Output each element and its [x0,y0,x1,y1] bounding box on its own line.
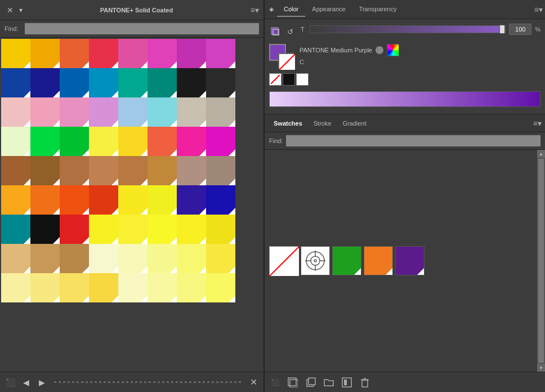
swatch-item[interactable] [148,156,177,185]
swatch-item[interactable] [89,127,118,156]
swatch-item[interactable] [206,185,235,215]
tab-swatches[interactable]: Swatches [268,118,308,129]
swatch-item[interactable] [177,244,206,273]
swatch-item[interactable] [60,215,89,244]
swatch-item[interactable] [89,273,118,302]
opacity-value-input[interactable]: 100 [509,24,531,35]
swatch-item[interactable] [177,68,206,97]
tab-appearance[interactable]: Appearance [305,2,352,17]
swatch-item[interactable] [148,68,177,97]
target-swatch-item[interactable] [301,246,330,275]
scroll-up-arrow[interactable]: ▲ [537,150,545,158]
purple-swatch-item[interactable] [395,246,425,275]
swatch-item[interactable] [177,215,206,244]
swatch-item[interactable] [1,68,30,97]
swatch-item[interactable] [30,215,60,244]
swatch-item[interactable] [89,185,118,215]
next-button[interactable]: ▶ [35,376,48,389]
swatch-item[interactable] [148,39,177,68]
swatch-item[interactable] [148,244,177,273]
color-indicator-button[interactable] [376,46,383,54]
right-panel-menu-button[interactable]: ≡▾ [534,5,543,14]
stacked-icon[interactable]: ⬛ [268,376,282,389]
swatch-item[interactable] [1,185,30,215]
none-swatch-item[interactable] [269,246,298,275]
swatch-item[interactable] [206,244,235,273]
folder-button[interactable] [322,376,336,389]
scroll-thumb[interactable] [538,159,544,363]
swatch-item[interactable] [30,39,60,68]
swatch-item[interactable] [118,97,148,127]
swatch-item[interactable] [148,97,177,127]
find-input[interactable] [25,23,259,34]
swap-icon[interactable]: ↺ [284,25,296,38]
white-swatch[interactable] [296,73,309,86]
swatch-item[interactable] [60,39,89,68]
tab-stroke[interactable]: Stroke [308,118,337,129]
swatch-item[interactable] [30,127,60,156]
green-swatch-item[interactable] [332,246,361,275]
swatch-item[interactable] [148,273,177,302]
tab-gradient[interactable]: Gradient [337,118,372,129]
swatch-item[interactable] [206,68,235,97]
swatch-item[interactable] [60,127,89,156]
swatch-item[interactable] [177,156,206,185]
swatch-item[interactable] [1,244,30,273]
swatch-item[interactable] [30,97,60,127]
swatch-item[interactable] [177,39,206,68]
swatch-item[interactable] [206,156,235,185]
background-color[interactable] [278,53,294,69]
swatch-item[interactable] [206,39,235,68]
swatch-item[interactable] [206,97,235,127]
swatch-item[interactable] [148,215,177,244]
orange-swatch-item[interactable] [364,246,393,275]
scroll-down-arrow[interactable]: ▼ [537,364,545,372]
swatch-item[interactable] [118,215,148,244]
swatch-item[interactable] [1,215,30,244]
swatch-item[interactable] [89,156,118,185]
swatch-item[interactable] [60,244,89,273]
swatch-item[interactable] [30,273,60,302]
color-spectrum-button[interactable] [387,44,399,56]
swatch-item[interactable] [30,185,60,215]
swatch-item[interactable] [118,273,148,302]
swatch-item[interactable] [118,68,148,97]
swatch-item[interactable] [1,97,30,127]
close-icon[interactable]: ✕ [5,5,16,16]
swatch-item[interactable] [60,273,89,302]
swatch-item[interactable] [30,156,60,185]
trash-button[interactable]: ✕ [247,376,260,389]
swatch-item[interactable] [206,273,235,302]
swatch-item[interactable] [60,68,89,97]
swatch-item[interactable] [89,215,118,244]
swatches-find-input[interactable] [286,135,540,146]
none-swatch[interactable] [269,73,282,86]
new-swatch-button[interactable]: ⬛ [3,376,17,389]
swatch-item[interactable] [206,127,235,156]
tab-color[interactable]: Color [277,2,305,17]
swatch-item[interactable] [1,39,30,68]
tab-transparency[interactable]: Transparency [352,2,404,17]
swatch-item[interactable] [206,215,235,244]
swatch-item[interactable] [1,273,30,302]
swatch-item[interactable] [60,156,89,185]
swatch-item[interactable] [148,127,177,156]
swatch-item[interactable] [60,97,89,127]
swatch-item[interactable] [30,244,60,273]
new-layer-button[interactable] [286,376,300,389]
black-swatch[interactable] [283,73,295,86]
swatch-item[interactable] [89,39,118,68]
swatch-item[interactable] [30,68,60,97]
swatch-item[interactable] [118,185,148,215]
swatch-item[interactable] [89,244,118,273]
swatch-item[interactable] [1,156,30,185]
duplicate-button[interactable] [304,376,318,389]
swatch-item[interactable] [1,127,30,156]
swatch-item[interactable] [177,127,206,156]
swatch-item[interactable] [177,185,206,215]
swatch-item[interactable] [89,97,118,127]
swatches-scrollbar[interactable]: ▲ ▼ [537,150,545,372]
fill-stroke-icon[interactable] [269,25,282,38]
delete-button[interactable] [358,376,372,389]
swatch-item[interactable] [148,185,177,215]
